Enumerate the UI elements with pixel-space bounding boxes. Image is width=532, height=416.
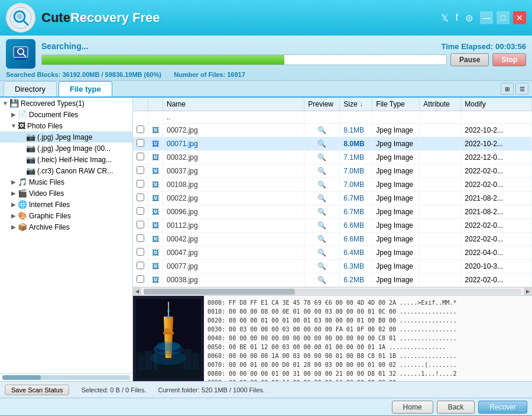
home-button[interactable]: Home (392, 401, 433, 414)
row-name[interactable]: 00112.jpg (163, 219, 304, 233)
table-row[interactable]: 🖼 00077.jpg 🔍 6.3MB Jpeg Image 2020-10-3… (133, 260, 532, 273)
tree-item-jpg2[interactable]: 📷 (.jpg) Jpeg Image (00... (0, 143, 132, 154)
row-check[interactable] (133, 151, 148, 165)
table-row[interactable]: 🖼 00037.jpg 🔍 7.0MB Jpeg Image 2022-02-0… (133, 165, 532, 178)
table-row[interactable]: 🖼 00038.jpg 🔍 6.2MB Jpeg Image 2022-02-0… (133, 273, 532, 287)
tree-item-cr3[interactable]: 📷 (.cr3) Canon RAW CR... (0, 165, 132, 176)
row-name[interactable]: 00077.jpg (163, 260, 304, 273)
col-name[interactable]: Name (163, 98, 304, 111)
col-size[interactable]: Size ↓ (340, 98, 372, 111)
close-button[interactable]: ✕ (513, 11, 526, 24)
row-name[interactable]: 00037.jpg (163, 165, 304, 178)
row-name[interactable]: 00022.jpg (163, 192, 304, 205)
back-button[interactable]: Back (437, 401, 475, 414)
tree-item-video[interactable]: ▶ 🎬 Video Files (0, 188, 132, 199)
row-preview[interactable]: 🔍 (304, 192, 340, 205)
table-row[interactable]: 🖼 00042.jpg 🔍 6.6MB Jpeg Image 2022-02-0… (133, 233, 532, 246)
col-preview[interactable]: Preview (304, 98, 340, 111)
table-row[interactable]: 🖼 00108.jpg 🔍 7.0MB Jpeg Image 2022-02-0… (133, 178, 532, 192)
list-view-button[interactable]: ☰ (515, 83, 528, 95)
recover-button[interactable]: Recover (478, 401, 527, 414)
hscroll-right-arrow[interactable]: ▶ (524, 288, 532, 296)
grid-view-button[interactable]: ⊞ (501, 83, 514, 95)
hscroll-track[interactable] (144, 289, 521, 295)
col-attribute[interactable]: Attribute (420, 98, 461, 111)
row-icon: 🖼 (148, 219, 163, 233)
row-type: Jpeg Image (372, 273, 420, 287)
table-row[interactable]: 🖼 00112.jpg 🔍 6.6MB Jpeg Image 2022-02-0… (133, 219, 532, 233)
row-check[interactable] (133, 233, 148, 246)
tree-item-graphic[interactable]: ▶ 🎨 Graphic Files (0, 210, 132, 221)
row-check[interactable] (133, 205, 148, 219)
row-name[interactable]: 00108.jpg (163, 178, 304, 192)
row-check[interactable] (133, 260, 148, 273)
twitter-icon[interactable]: 𝕏 (441, 12, 449, 24)
table-row[interactable]: 🖼 00096.jpg 🔍 6.7MB Jpeg Image 2021-08-2… (133, 205, 532, 219)
hscroll[interactable]: ◀ ▶ (133, 287, 532, 295)
row-preview[interactable]: 🔍 (304, 273, 340, 287)
wifi-icon[interactable]: ⊜ (465, 12, 473, 24)
row-check[interactable] (133, 124, 148, 137)
row-name[interactable]: 00096.jpg (163, 205, 304, 219)
row-check[interactable] (133, 137, 148, 151)
row-preview[interactable]: 🔍 (304, 233, 340, 246)
facebook-icon[interactable]: f (456, 12, 458, 23)
save-scan-button[interactable]: Save Scan Status (5, 385, 69, 395)
tree-item-photo[interactable]: ▼ 🖼 Photo Files (0, 120, 132, 131)
row-preview[interactable]: 🔍 (304, 246, 340, 260)
tree-item-internet[interactable]: ▶ 🌐 Internet Files (0, 199, 132, 210)
table-row[interactable]: 🖼 00071.jpg 🔍 8.0MB Jpeg Image 2022-10-2… (133, 137, 532, 151)
row-check[interactable] (133, 192, 148, 205)
table-row[interactable]: 🖼 00047.jpg 🔍 6.4MB Jpeg Image 2022-04-0… (133, 246, 532, 260)
row-name[interactable]: .. (163, 111, 304, 124)
tree-item-doc[interactable]: ▶ 📄 Document Files (0, 109, 132, 120)
hscroll-left-arrow[interactable]: ◀ (133, 288, 141, 296)
hscroll-thumb[interactable] (144, 289, 295, 295)
row-preview[interactable]: 🔍 (304, 260, 340, 273)
row-name[interactable]: 00032.jpg (163, 151, 304, 165)
row-check[interactable] (133, 178, 148, 192)
row-size: 6.3MB (340, 260, 372, 273)
row-name[interactable]: 00047.jpg (163, 246, 304, 260)
row-preview[interactable]: 🔍 (304, 178, 340, 192)
row-preview[interactable]: 🔍 (304, 165, 340, 178)
row-name[interactable]: 00072.jpg (163, 124, 304, 137)
row-modify: 2022-12-0... (461, 151, 532, 165)
row-preview[interactable]: 🔍 (304, 137, 340, 151)
tab-directory[interactable]: Directory (4, 81, 57, 96)
stop-button[interactable]: Stop (492, 53, 526, 66)
row-modify: 2022-02-0... (461, 178, 532, 192)
tree-item-jpg1[interactable]: 📷 (.jpg) Jpeg Image (0, 131, 132, 143)
row-icon: 🖼 (148, 246, 163, 260)
tree-item-music[interactable]: ▶ 🎵 Music Files (0, 176, 132, 188)
row-attr (420, 246, 461, 260)
row-name[interactable]: 00071.jpg (163, 137, 304, 151)
row-check[interactable] (133, 165, 148, 178)
table-row[interactable]: .. (133, 111, 532, 124)
row-preview[interactable]: 🔍 (304, 124, 340, 137)
row-name[interactable]: 00038.jpg (163, 273, 304, 287)
table-row[interactable]: 🖼 00032.jpg 🔍 7.1MB Jpeg Image 2022-12-0… (133, 151, 532, 165)
row-check[interactable] (133, 246, 148, 260)
table-row[interactable]: 🖼 00072.jpg 🔍 8.1MB Jpeg Image 2022-10-2… (133, 124, 532, 137)
minimize-button[interactable]: — (480, 11, 493, 24)
row-preview[interactable]: 🔍 (304, 205, 340, 219)
table-row[interactable]: 🖼 00022.jpg 🔍 6.7MB Jpeg Image 2021-08-2… (133, 192, 532, 205)
row-preview[interactable]: 🔍 (304, 219, 340, 233)
tree-item-archive[interactable]: ▶ 📦 Archive Files (0, 221, 132, 233)
tree-root[interactable]: ▼ 💾 Recovered Types(1) (0, 98, 132, 109)
col-filetype[interactable]: File Type (372, 98, 420, 111)
maximize-button[interactable]: □ (497, 11, 510, 24)
content-area: ▼ 💾 Recovered Types(1) ▶ 📄 Document File… (0, 98, 532, 381)
tree-item-heic[interactable]: 📷 (.heic) Heif-Heic Imag... (0, 154, 132, 165)
tab-filetype[interactable]: File type (59, 81, 112, 96)
internet-icon: 🌐 (18, 200, 27, 209)
row-attr (420, 233, 461, 246)
row-preview[interactable]: 🔍 (304, 151, 340, 165)
col-modify[interactable]: Modify (461, 98, 532, 111)
sidebar-hscroll[interactable] (2, 375, 130, 380)
pause-button[interactable]: Pause (450, 53, 489, 66)
row-name[interactable]: 00042.jpg (163, 233, 304, 246)
row-check[interactable] (133, 219, 148, 233)
row-check[interactable] (133, 273, 148, 287)
